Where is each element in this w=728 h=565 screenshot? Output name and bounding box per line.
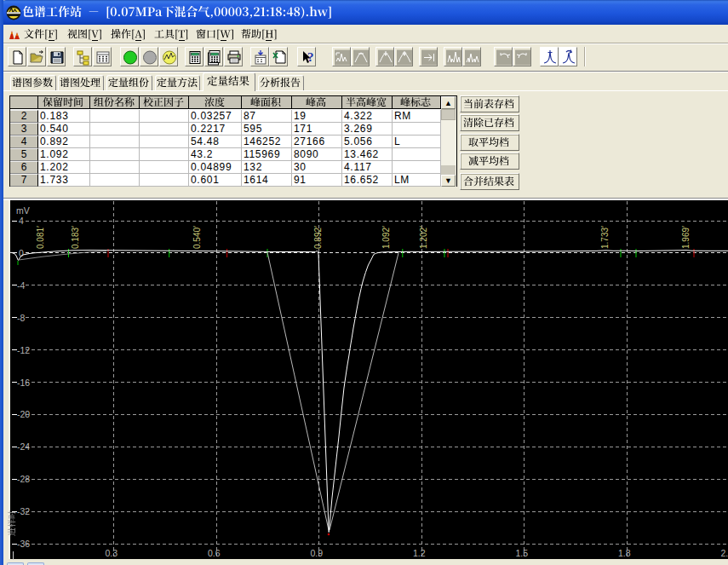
svg-text:0.3: 0.3: [105, 548, 118, 558]
svg-text:-28: -28: [17, 474, 30, 484]
svg-text:2.1: 2.1: [720, 548, 728, 558]
svg-text:1.969′: 1.969′: [681, 226, 691, 249]
svg-text:-24: -24: [17, 441, 30, 452]
svg-text:0.183′: 0.183′: [71, 226, 80, 249]
svg-text:4: 4: [19, 216, 24, 226]
svg-text:-4: -4: [17, 280, 25, 291]
svg-text:0: 0: [19, 248, 24, 258]
svg-text:1.202′: 1.202′: [419, 226, 428, 249]
svg-text:0.540′: 0.540′: [192, 226, 202, 249]
svg-text:0.081′: 0.081′: [36, 226, 45, 249]
svg-text:0.892′: 0.892′: [313, 226, 323, 249]
svg-text:1.2: 1.2: [413, 548, 426, 558]
svg-text:1.8: 1.8: [618, 548, 631, 558]
svg-text:1.5: 1.5: [515, 548, 528, 558]
svg-text:-36: -36: [17, 539, 30, 549]
svg-text:1.733′: 1.733′: [600, 226, 610, 249]
svg-text:0.9: 0.9: [310, 548, 323, 558]
svg-text:-12: -12: [17, 345, 30, 355]
svg-text:0.6: 0.6: [208, 548, 221, 558]
svg-text:-20: -20: [17, 409, 30, 419]
svg-text:1.092′: 1.092′: [381, 226, 391, 249]
svg-text:mV: mV: [16, 205, 30, 216]
svg-text:-16: -16: [17, 378, 30, 388]
svg-text:-8: -8: [17, 313, 25, 323]
